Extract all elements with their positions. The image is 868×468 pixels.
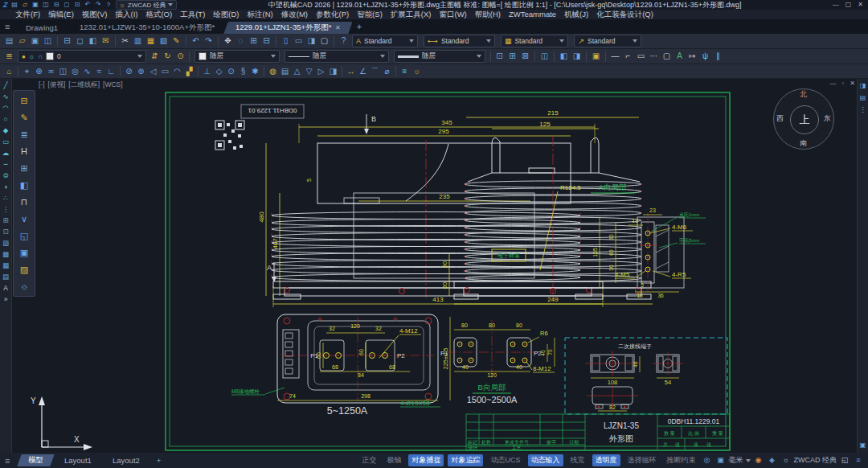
menu-dimension[interactable]: 标注(N) [244,10,277,19]
group-icon[interactable]: ◧ [558,51,570,63]
paste-icon[interactable]: ▦ [145,35,157,47]
undo-icon[interactable]: ↶ [190,35,202,47]
menu-draw[interactable]: 绘图(D) [209,10,243,19]
pqp-tool-icon[interactable]: ▣ [16,244,32,261]
copy-icon[interactable]: ▥ [132,35,144,47]
make-block-icon[interactable]: ⊞ [506,51,518,63]
print-preview-icon[interactable]: ◻ [74,35,86,47]
assist-panel-icon[interactable]: ▣ [858,441,867,450]
workspace-switcher[interactable]: ☼ ZWCAD 经典 [116,0,178,10]
spline-tool-icon[interactable]: ∽ [1,159,10,170]
arc-tool-icon[interactable]: ◠ [1,103,10,113]
slot-icon[interactable]: ▭ [159,65,171,77]
menu-zwteammate[interactable]: ZWTeammate [505,10,560,19]
add-layout-button[interactable]: + [152,457,166,465]
rectangle-tool-icon[interactable]: ▭ [1,137,10,147]
points-icon[interactable]: ⋯ [648,51,660,63]
workspace-status-label[interactable]: ZWCAD 经典 [794,455,837,466]
compass-south[interactable]: 南 [800,140,807,147]
construction-icon[interactable]: ▞ [183,65,195,77]
save-as-icon[interactable]: ◫ [42,1,51,10]
named-views-icon[interactable]: ▭ [293,35,305,47]
help-icon[interactable]: ? [104,1,113,10]
break-line-icon[interactable]: ∿ [81,65,93,77]
tolerance-frame-icon[interactable]: ◨ [327,65,339,77]
text-tool-icon[interactable]: A [674,51,686,63]
ai-assistant-icon[interactable]: ◉ [754,456,764,466]
columns-icon[interactable]: ∥ [712,51,724,63]
menu-modify[interactable]: 修改(M) [277,10,312,19]
angular-dim-icon[interactable]: ∠ [357,65,369,77]
undo-icon[interactable]: ↶ [84,1,92,10]
tab-layout2[interactable]: Layout2 [102,455,151,466]
view-control[interactable]: [俯视] [48,80,66,90]
save-icon[interactable]: ▣ [31,1,40,10]
layout-menu-icon[interactable]: ≡ [5,456,10,466]
doc-restore-button[interactable]: ▫ [841,80,844,87]
doc-close-button[interactable]: ✕ [850,80,855,87]
help-icon[interactable]: ? [338,35,350,47]
polygon-tool-icon[interactable]: ◆ [1,125,10,136]
tab-model[interactable]: 模型 [18,454,55,466]
zoom-previous-icon[interactable]: ⊟ [260,35,272,47]
menu-tools[interactable]: 工具(T) [176,10,209,19]
new-tab-button[interactable]: + [352,22,366,31]
bolt-icon[interactable]: ⊥ [201,65,213,77]
datum-icon[interactable]: ▷ [315,65,327,77]
properties-panel-icon[interactable]: ◨ [858,81,867,90]
gear-tool-icon[interactable]: ✱ [249,65,261,77]
weld-symbol-icon[interactable]: △ [291,65,303,77]
compass-west[interactable]: 西 [776,115,784,122]
section-hatch-tool-icon[interactable]: ▨ [16,261,32,277]
leader-icon[interactable]: ↦ [686,51,698,63]
doc-tab-drawing1[interactable]: Drawing1 [14,22,71,34]
node-connect-tool-icon[interactable]: ∨ [16,211,32,227]
toggle-dyninput[interactable]: 动态输入 [528,454,563,466]
isolate-objects-icon[interactable]: ◎ [702,456,712,466]
ucs-control[interactable]: [WCS] [103,80,123,90]
ungroup-icon[interactable]: ◨ [571,51,583,63]
new-file-icon[interactable]: ▤ [10,1,19,10]
viewport-tool-icon[interactable]: ◱ [16,228,32,244]
mech-settings-icon[interactable]: ☼ [411,65,423,77]
draworder-icon[interactable]: ▣ [590,51,602,63]
zoom-window-icon[interactable]: ⊞ [248,35,260,47]
menu-chemical[interactable]: 化工装备设计(Q) [592,10,657,19]
insert-block-tool-icon[interactable]: ⊡ [1,227,10,237]
redo-icon[interactable]: ↷ [94,1,103,10]
hole-icon[interactable]: ⊘ [123,65,135,77]
toggle-infer-constraints[interactable]: 推断约束 [664,454,699,466]
status-gear-icon[interactable]: ☼ [781,456,791,466]
save-as-icon[interactable]: ◫ [42,35,54,47]
paste-block-icon[interactable]: ▧ [158,35,170,47]
copy-object-tool-icon[interactable]: ◧ [16,177,32,193]
mleader-style-combo[interactable]: ↗Standard [574,35,641,47]
door-symbol-tool-icon[interactable]: ⊓ [16,194,32,210]
print-preview-icon[interactable]: ◻ [63,1,72,10]
graphics-performance-icon[interactable]: ◈ [768,456,777,466]
tool-panel-icon[interactable]: ⋮ [858,105,867,114]
menu-format[interactable]: 格式(O) [141,10,176,19]
tab-layout1[interactable]: Layout1 [54,455,103,466]
compass-east[interactable]: 东 [824,115,831,122]
toggle-ducs[interactable]: 动态UCS [487,454,523,466]
toggle-transparency[interactable]: 透明度 [592,454,620,466]
maximize-button[interactable]: ▢ [845,2,852,8]
menu-parametric[interactable]: 参数化(P) [312,10,353,19]
revcloud-tool-icon[interactable]: ☁ [1,148,10,158]
radius-dim-icon[interactable]: ⌒ [369,65,381,77]
rectangle-icon[interactable]: ▭ [635,51,647,63]
toggle-selection-cycling[interactable]: 选择循环 [624,454,660,466]
arc-slot-icon[interactable]: ◠ [171,65,183,77]
settings-gear-tool-icon[interactable]: ☼ [16,278,32,294]
plot-settings-tool-icon[interactable]: ⊟ [16,92,32,109]
tab-menu-icon[interactable]: ≡ [5,22,10,31]
table-tool-icon[interactable]: ▤ [1,272,10,282]
mech-library-icon[interactable]: ⌂ [3,65,15,77]
insert-block-icon[interactable]: ⊡ [493,51,506,63]
coordinate-icon[interactable]: ∟ [105,65,117,77]
ellipse-tool-icon[interactable]: ⊜ [1,170,10,181]
plot-icon[interactable]: ⊡ [73,1,82,10]
sketch-edit-tool-icon[interactable]: ✎ [16,109,32,125]
pan-icon[interactable]: ✥ [222,35,234,47]
